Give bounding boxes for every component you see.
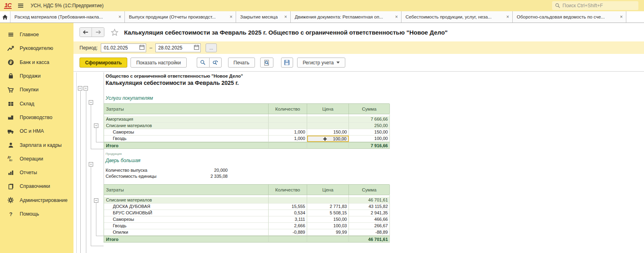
sidebar-item-label: Производство bbox=[20, 115, 53, 120]
report-title: Калькуляция себестоимости за Февраль 202… bbox=[106, 80, 239, 86]
column-header: Цена bbox=[307, 185, 349, 195]
sidebar-item-label: Продажи bbox=[20, 73, 41, 79]
table-header-row: Затраты Количество Цена Сумма bbox=[104, 184, 389, 195]
report-table-product: Затраты Количество Цена Сумма Списание м… bbox=[104, 184, 389, 243]
info-value[interactable]: 20,000 bbox=[214, 168, 228, 173]
collapse-group-button[interactable]: − bbox=[78, 86, 82, 91]
tab-oborotno-saldovaya[interactable]: Оборотно-сальдовая ведомость по сче... × bbox=[513, 11, 626, 23]
print-preview-button[interactable] bbox=[260, 58, 273, 68]
sidebar-item-label: Помощь bbox=[20, 211, 39, 217]
period-row: Период: – ... bbox=[73, 41, 644, 54]
tab-dvizheniya-dokumenta[interactable]: Движения документа: Регламентная оп... × bbox=[291, 11, 401, 23]
sidebar-item-label: Отчеты bbox=[20, 170, 37, 175]
calendar-icon[interactable] bbox=[193, 44, 200, 51]
main-area: Калькуляция себестоимости за Февраль 202… bbox=[73, 23, 644, 253]
section-product-name[interactable]: Дверь большая bbox=[106, 158, 141, 163]
sidebar-item-zarplata-i-kadry[interactable]: Зарплата и кадры bbox=[0, 138, 73, 152]
tab-sebestoimost-produkcii[interactable]: Себестоимость продукции, услуг, неза... … bbox=[401, 11, 513, 23]
table-row: БРУС ОСИНОВЫЙ 0,534 5 508,15 2 941,35 bbox=[104, 210, 389, 216]
find-button[interactable] bbox=[197, 58, 209, 68]
favorite-star-icon[interactable] bbox=[111, 29, 118, 36]
generate-button[interactable]: Сформировать bbox=[79, 58, 127, 68]
print-button[interactable]: Печать bbox=[228, 58, 255, 68]
sidebar-item-label: Руководителю bbox=[20, 45, 53, 51]
sidebar-item-label: Зарплата и кадры bbox=[20, 142, 62, 148]
tab-zakrytie-mesyaca[interactable]: Закрытие месяца × bbox=[236, 11, 291, 23]
sidebar-item-os-i-nma[interactable]: ОС и НМА bbox=[0, 124, 73, 138]
calendar-icon[interactable] bbox=[138, 44, 145, 51]
register-dropdown-button[interactable]: Регистр учета bbox=[297, 58, 345, 68]
column-header: Количество bbox=[269, 104, 307, 114]
home-tab-button[interactable] bbox=[0, 11, 10, 23]
collapse-group-button[interactable]: − bbox=[94, 123, 98, 128]
books-icon bbox=[7, 183, 14, 190]
sidebar-item-rukovoditelyu[interactable]: Руководителю bbox=[0, 41, 73, 55]
info-value[interactable]: 2 335,08 bbox=[210, 174, 228, 179]
dtkt-icon: ДтКт bbox=[7, 155, 14, 162]
cell-cursor-icon bbox=[322, 136, 328, 142]
period-label: Период: bbox=[79, 45, 98, 51]
close-icon[interactable]: × bbox=[620, 14, 623, 20]
global-search-input[interactable]: Поиск Ctrl+Shift+F bbox=[552, 1, 638, 10]
warehouse-icon bbox=[7, 100, 14, 107]
report-toolbar: Сформировать Показать настройки Печать Р… bbox=[73, 54, 644, 72]
main-menu-icon[interactable] bbox=[18, 4, 23, 8]
selected-cell[interactable]: 100,00 bbox=[307, 136, 349, 142]
search-placeholder: Поиск Ctrl+Shift+F bbox=[562, 3, 603, 8]
sidebar-item-pokupki[interactable]: Покупки bbox=[0, 83, 73, 97]
section-services-name[interactable]: Услуги покупателям bbox=[106, 95, 153, 101]
sidebar-item-label: Главное bbox=[20, 32, 39, 37]
collapse-group-button[interactable]: − bbox=[84, 86, 88, 91]
factory-icon bbox=[7, 114, 14, 121]
group-line bbox=[91, 167, 91, 246]
table-row: Саморезы 3,111 150,00 466,66 bbox=[104, 216, 389, 223]
period-dash: – bbox=[149, 45, 152, 51]
table-total-row: Итого 46 701,61 bbox=[104, 236, 389, 243]
info-label: Количество выпуска bbox=[106, 168, 147, 173]
group-line bbox=[91, 246, 104, 246]
group-line bbox=[96, 128, 96, 142]
find-next-button[interactable] bbox=[209, 58, 222, 68]
forward-button[interactable] bbox=[92, 28, 104, 37]
close-icon[interactable]: × bbox=[395, 14, 398, 20]
sidebar-item-bank-i-kassa[interactable]: ₽ Банк и касса bbox=[0, 56, 73, 69]
ruble-icon: ₽ bbox=[7, 59, 14, 66]
table-row: Опилки -0,889 99,99 -88,89 bbox=[104, 229, 389, 236]
tab-raskhod-materialov[interactable]: Расход материалов (Требования-накла... × bbox=[10, 11, 125, 23]
tab-bar: Расход материалов (Требования-накла... ×… bbox=[0, 11, 644, 23]
sidebar-item-administrirovanie[interactable]: Администрирование bbox=[0, 193, 73, 207]
tab-label: Расход материалов (Требования-накла... bbox=[14, 14, 103, 19]
close-icon[interactable]: × bbox=[118, 14, 121, 20]
svg-text:?: ? bbox=[9, 211, 12, 217]
collapse-group-button[interactable]: − bbox=[89, 100, 93, 105]
sidebar-item-prodazhi[interactable]: Продажи bbox=[0, 69, 73, 83]
close-icon[interactable]: × bbox=[506, 14, 509, 20]
save-button[interactable] bbox=[281, 58, 293, 68]
sidebar-item-spravochniki[interactable]: Справочники bbox=[0, 179, 73, 193]
person-icon bbox=[7, 142, 14, 148]
sidebar-item-label: Администрирование bbox=[20, 197, 67, 203]
sidebar-item-sklad[interactable]: Склад bbox=[0, 97, 73, 110]
close-icon[interactable]: × bbox=[284, 14, 287, 20]
sidebar-item-glavnoe[interactable]: Главное bbox=[0, 28, 73, 41]
sidebar-item-proizvodstvo[interactable]: Производство bbox=[0, 111, 73, 124]
tab-vypusk-produkcii[interactable]: Выпуск продукции (Отчеты производст... × bbox=[125, 11, 236, 23]
collapse-group-button[interactable]: − bbox=[94, 198, 98, 203]
tab-label: Закрытие месяца bbox=[240, 14, 278, 19]
sidebar-item-label: Операции bbox=[20, 156, 43, 162]
nav-row: Калькуляция себестоимости за Февраль 202… bbox=[73, 23, 644, 41]
sidebar-item-label: ОС и НМА bbox=[20, 128, 44, 134]
floppy-icon bbox=[284, 60, 290, 66]
sidebar-item-otchety[interactable]: Отчеты bbox=[0, 166, 73, 179]
collapse-group-button[interactable]: − bbox=[89, 162, 93, 167]
info-row: Количество выпуска 20,000 bbox=[106, 168, 228, 173]
close-icon[interactable]: × bbox=[230, 14, 232, 20]
search-refresh-icon bbox=[212, 60, 218, 66]
period-more-button[interactable]: ... bbox=[206, 43, 217, 52]
back-button[interactable] bbox=[80, 28, 92, 37]
sidebar-item-label: Справочники bbox=[20, 183, 50, 189]
sidebar-item-pomosch[interactable]: ? Помощь bbox=[0, 207, 73, 221]
gear-icon bbox=[7, 197, 14, 204]
sidebar-item-operacii[interactable]: ДтКт Операции bbox=[0, 152, 73, 166]
show-settings-button[interactable]: Показать настройки bbox=[130, 58, 186, 68]
